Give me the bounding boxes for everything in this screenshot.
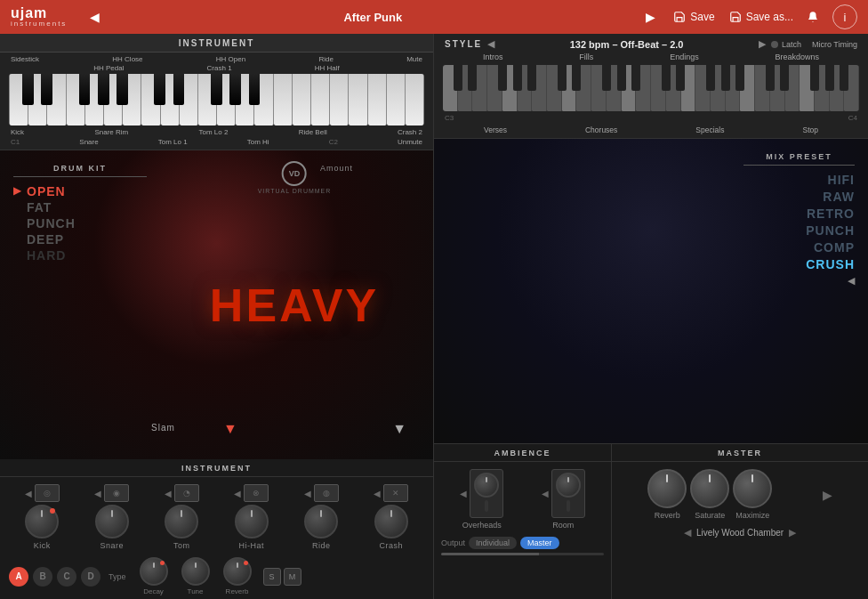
ch-left-arrow-crash[interactable]: ◀ xyxy=(374,489,381,498)
kit-option-open[interactable]: OPEN xyxy=(27,184,76,198)
ch-left-arrow-hihat[interactable]: ◀ xyxy=(234,489,241,498)
knob-snare[interactable] xyxy=(95,505,129,538)
decay-knob[interactable] xyxy=(140,557,168,586)
style-prev-arrow[interactable]: ◀ xyxy=(487,38,494,50)
mix-options: HIFIRAWRETROPUNCHCOMPCRUSH xyxy=(743,173,855,271)
instrument-keyboard-section: INSTRUMENT Sidestick HH Close HH Open Ri… xyxy=(0,34,433,150)
save-button[interactable]: Save xyxy=(673,11,714,23)
mute-button[interactable]: M xyxy=(284,568,301,586)
mix-option-crush[interactable]: CRUSH xyxy=(806,257,855,271)
reverb-group: Reverb xyxy=(223,557,252,595)
style-bpm: 132 bpm – Off-Beat – 2.0 xyxy=(500,39,753,50)
knob-hihat[interactable] xyxy=(235,505,269,538)
save-as-icon xyxy=(729,11,742,23)
logo-instruments: instruments xyxy=(11,20,67,28)
output-label: Output xyxy=(441,538,465,547)
master-knob-reverb[interactable] xyxy=(647,469,687,508)
kit-option-hard[interactable]: HARD xyxy=(27,248,76,263)
label-choruses: Choruses xyxy=(585,125,617,134)
master-right-arrow[interactable]: ▶ xyxy=(823,488,832,502)
master-button[interactable]: Master xyxy=(520,537,559,549)
drum-kit-play-arrow[interactable]: ▶ xyxy=(13,184,21,197)
ch-icon-kick: ◎ xyxy=(44,489,51,498)
channel-kick: ◀◎Kick xyxy=(18,484,67,550)
ch-left-arrow-tom[interactable]: ◀ xyxy=(165,489,172,498)
kit-option-fat[interactable]: FAT xyxy=(27,200,76,215)
knob-ride[interactable] xyxy=(304,505,338,538)
mix-option-hifi[interactable]: HIFI xyxy=(828,173,855,187)
overheads-fader[interactable] xyxy=(470,469,503,518)
style-category-labels: Intros Fills Endings Breakdowns xyxy=(434,53,868,63)
knob-tom[interactable] xyxy=(165,505,198,538)
ch-icon-ride: ◍ xyxy=(323,489,330,498)
kit-option-punch[interactable]: PUNCH xyxy=(27,216,76,231)
save-label: Save xyxy=(690,11,714,23)
mix-arrow[interactable]: ◀ xyxy=(848,275,855,287)
latch-label: Latch xyxy=(782,40,801,49)
chamber-next-arrow[interactable]: ▶ xyxy=(789,527,796,538)
instrument-top-labels: Sidestick HH Close HH Open Ride Mute xyxy=(0,53,433,63)
ch-left-arrow-kick[interactable]: ◀ xyxy=(25,489,32,498)
label-verses: Verses xyxy=(484,125,507,134)
instrument-piano xyxy=(9,74,424,125)
amount-down-arrow-red[interactable]: ▼ xyxy=(223,421,237,437)
room-fader[interactable] xyxy=(551,469,585,518)
label-snare-rim: Snare Rim xyxy=(94,128,128,136)
chamber-prev-arrow[interactable]: ◀ xyxy=(684,527,691,538)
instrument-bottom-labels: Kick Snare Rim Tom Lo 2 Ride Bell Crash … xyxy=(0,127,433,138)
label-crash1: Crash 1 xyxy=(207,64,232,72)
kit-option-deep[interactable]: DEEP xyxy=(27,232,76,247)
type-btn-b[interactable]: B xyxy=(33,567,52,587)
knob-kick[interactable] xyxy=(25,505,59,538)
mix-preset-panel: MIX PRESET HIFIRAWRETROPUNCHCOMPCRUSH ◀ xyxy=(735,139,868,443)
overheads-left-arrow[interactable]: ◀ xyxy=(460,489,467,498)
mix-option-punch[interactable]: PUNCH xyxy=(806,223,855,238)
type-btn-a[interactable]: A xyxy=(9,567,28,587)
mix-option-retro[interactable]: RETRO xyxy=(807,206,855,221)
room-left-arrow[interactable]: ◀ xyxy=(542,489,549,498)
save-as-button[interactable]: Save as... xyxy=(729,11,793,23)
heavy-title: HEAVY xyxy=(210,279,379,332)
master-knob-saturate[interactable] xyxy=(690,469,729,508)
channel-hihat: ◀⊗Hi-Hat xyxy=(227,484,276,550)
sm-buttons: S M xyxy=(263,568,301,586)
type-btn-d[interactable]: D xyxy=(81,567,100,587)
cat-endings: Endings xyxy=(670,53,699,61)
reverb-label: Reverb xyxy=(226,587,249,595)
reverb-knob[interactable] xyxy=(223,557,252,586)
info-icon[interactable]: i xyxy=(832,4,857,29)
channel-crash: ◀✕Crash xyxy=(366,484,415,550)
top-bar: ujam instruments ◀ After Punk ▶ Save Sav… xyxy=(0,0,868,34)
mix-option-comp[interactable]: COMP xyxy=(814,240,855,255)
ambience-channels: ◀ Overheads xyxy=(434,462,611,533)
knob-crash[interactable] xyxy=(374,505,408,538)
overheads-knob[interactable] xyxy=(474,473,499,498)
individual-button[interactable]: Individual xyxy=(469,537,517,549)
preset-next-arrow[interactable]: ▶ xyxy=(646,10,655,24)
label-tom-lo1: Tom Lo 1 xyxy=(158,138,188,146)
output-slider-row xyxy=(434,553,611,559)
instrument-mid-labels: HH Pedal Crash 1 HH Half xyxy=(0,63,433,72)
master-knob-maximize[interactable] xyxy=(733,469,772,508)
amount-down-arrow-white[interactable]: ▼ xyxy=(392,421,406,437)
preset-prev-arrow[interactable]: ◀ xyxy=(90,10,100,24)
main-content: INSTRUMENT Sidestick HH Close HH Open Ri… xyxy=(0,34,868,599)
type-label: Type xyxy=(108,572,126,581)
overheads-label: Overheads xyxy=(462,521,502,530)
master-label-maximize: Maximize xyxy=(735,511,769,520)
bell-icon[interactable] xyxy=(800,4,825,29)
tune-knob[interactable] xyxy=(181,557,210,586)
ch-left-arrow-snare[interactable]: ◀ xyxy=(94,489,101,498)
cat-breakdowns: Breakdowns xyxy=(776,53,820,61)
style-next-arrow[interactable]: ▶ xyxy=(759,38,766,50)
decay-label: Decay xyxy=(143,587,164,595)
solo-button[interactable]: S xyxy=(263,568,281,586)
room-knob[interactable] xyxy=(556,473,581,498)
output-slider[interactable] xyxy=(441,553,604,555)
room-label: Room xyxy=(552,521,574,530)
vd-text: VD xyxy=(289,169,301,178)
type-btn-c[interactable]: C xyxy=(57,567,76,587)
label-hh-pedal: HH Pedal xyxy=(93,64,124,72)
ch-left-arrow-ride[interactable]: ◀ xyxy=(304,489,311,498)
mix-option-raw[interactable]: RAW xyxy=(823,190,855,204)
